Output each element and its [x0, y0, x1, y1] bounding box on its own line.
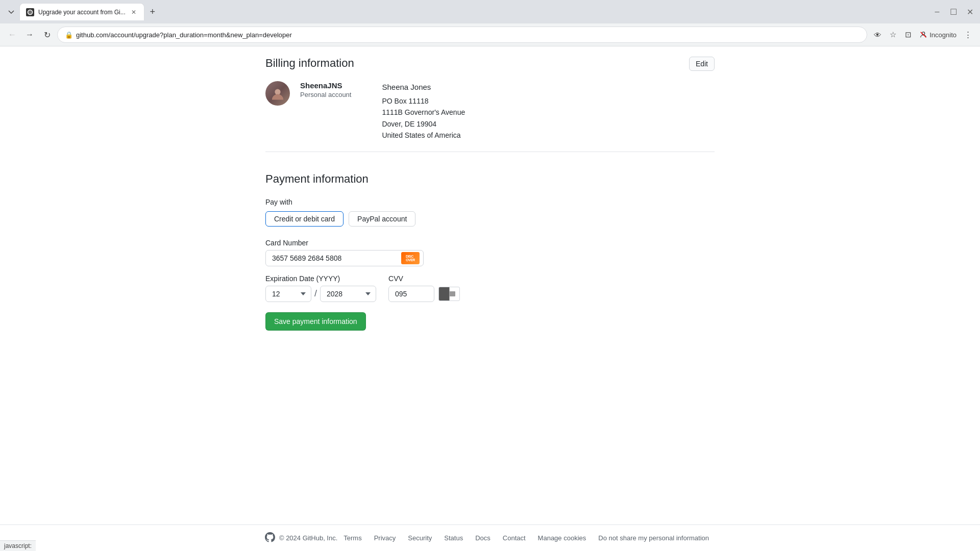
card-number-input[interactable] — [265, 250, 424, 266]
account-type: Personal account — [300, 91, 351, 98]
bookmark-button[interactable]: ☆ — [886, 28, 900, 42]
secure-icon: 🔒 — [65, 31, 73, 39]
address-text: github.com/account/upgrade?plan_duration… — [76, 31, 860, 39]
tab-switcher-button[interactable] — [4, 5, 18, 19]
billing-name: Sheena Jones — [382, 81, 465, 93]
billing-info: SheenaJNS Personal account Sheena Jones … — [265, 81, 715, 141]
new-tab-button[interactable]: + — [145, 5, 160, 19]
tab-favicon-icon — [26, 8, 34, 16]
eye-off-button[interactable]: 👁 — [870, 28, 885, 42]
billing-section: Billing information Edit SheenaJNS Perso… — [265, 57, 715, 152]
billing-line3: Dover, DE 19904 — [382, 118, 465, 130]
expiry-cvv-row: Expiration Date (YYYY) 01 02 03 04 05 06… — [265, 274, 715, 302]
cvv-input[interactable] — [388, 286, 434, 302]
browser-titlebar: Upgrade your account from Gi... ✕ + – ☐ … — [0, 0, 980, 23]
svg-line-2 — [921, 32, 926, 38]
avatar-image — [265, 81, 290, 106]
maximize-button[interactable]: ☐ — [947, 6, 960, 18]
paypal-button[interactable]: PayPal account — [349, 211, 415, 227]
billing-line4: United States of America — [382, 130, 465, 141]
card-number-group: Card Number DISCOVER — [265, 239, 715, 266]
user-details: SheenaJNS Personal account Sheena Jones … — [300, 81, 465, 141]
edit-button[interactable]: Edit — [689, 57, 715, 71]
billing-section-title: Billing information — [265, 57, 354, 70]
slash-divider: / — [314, 288, 317, 299]
payment-section: Payment information Pay with Credit or d… — [265, 167, 715, 331]
toolbar-actions: 👁 ☆ ⊡ Incognito ⋮ — [870, 28, 975, 42]
minimize-button[interactable]: – — [931, 6, 943, 18]
browser-toolbar: ← → ↻ 🔒 github.com/account/upgrade?plan_… — [0, 23, 980, 46]
svg-point-3 — [275, 89, 280, 95]
tab-group: Upgrade your account from Gi... ✕ + — [4, 3, 160, 20]
expiry-label: Expiration Date (YYYY) — [265, 274, 376, 283]
billing-line2: 1111B Governor's Avenue — [382, 107, 465, 118]
card-input-wrapper: DISCOVER — [265, 250, 424, 266]
address-bar[interactable]: 🔒 github.com/account/upgrade?plan_durati… — [57, 27, 867, 43]
user-avatar — [265, 81, 290, 106]
user-info: SheenaJNS Personal account — [300, 81, 351, 141]
cvv-group: CVV — [388, 274, 460, 302]
expiry-group: Expiration Date (YYYY) 01 02 03 04 05 06… — [265, 274, 376, 302]
tab-title: Upgrade your account from Gi... — [38, 9, 126, 16]
browser-tab-active[interactable]: Upgrade your account from Gi... ✕ — [19, 3, 144, 20]
close-window-button[interactable]: ✕ — [964, 6, 976, 18]
menu-button[interactable]: ⋮ — [961, 28, 975, 42]
cvv-input-wrapper — [388, 286, 460, 302]
expiry-month-select[interactable]: 01 02 03 04 05 06 07 08 09 10 11 12 — [265, 286, 311, 302]
payment-method-buttons: Credit or debit card PayPal account — [265, 211, 715, 227]
billing-address: Sheena Jones PO Box 11118 1111B Governor… — [382, 81, 465, 141]
expiry-year-select[interactable]: 2024 2025 2026 2027 2028 2029 2030 — [320, 286, 376, 302]
billing-line1: PO Box 11118 — [382, 95, 465, 107]
page-content: Billing information Edit SheenaJNS Perso… — [245, 46, 735, 361]
tab-close-button[interactable]: ✕ — [130, 8, 138, 16]
back-button[interactable]: ← — [5, 28, 19, 42]
cvv-card-icon — [438, 287, 460, 301]
pay-with-label: Pay with — [265, 198, 715, 206]
payment-section-title: Payment information — [265, 172, 715, 186]
billing-section-header: Billing information Edit — [265, 57, 715, 71]
credit-card-button[interactable]: Credit or debit card — [265, 211, 344, 227]
card-brand-badge: DISCOVER — [401, 252, 420, 264]
save-payment-button[interactable]: Save payment information — [265, 312, 366, 331]
window-controls: – ☐ ✕ — [931, 6, 976, 18]
browser-chrome: Upgrade your account from Gi... ✕ + – ☐ … — [0, 0, 980, 46]
forward-button[interactable]: → — [22, 28, 37, 42]
expiry-inputs: 01 02 03 04 05 06 07 08 09 10 11 12 / — [265, 286, 376, 302]
username: SheenaJNS — [300, 81, 351, 90]
pay-with-group: Pay with Credit or debit card PayPal acc… — [265, 198, 715, 227]
incognito-label: Incognito — [929, 31, 957, 39]
split-view-button[interactable]: ⊡ — [901, 28, 915, 42]
card-number-label: Card Number — [265, 239, 715, 247]
cvv-label: CVV — [388, 274, 460, 283]
incognito-button[interactable]: Incognito — [916, 30, 960, 40]
reload-button[interactable]: ↻ — [40, 28, 54, 42]
